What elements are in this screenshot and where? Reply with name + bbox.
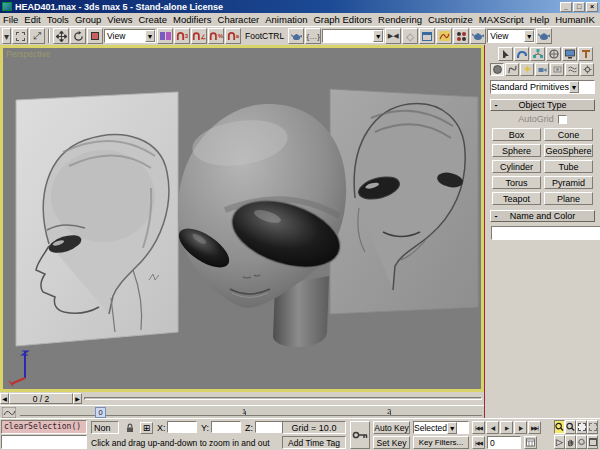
menu-animation[interactable]: Animation (262, 14, 310, 25)
menu-create[interactable]: Create (135, 14, 170, 25)
snap-toggle-3d-icon[interactable]: 3 (174, 28, 190, 44)
selection-lock-icon[interactable] (123, 422, 137, 434)
menu-character[interactable]: Character (215, 14, 263, 25)
zoom-all-icon[interactable] (565, 420, 576, 434)
render-type-dropdown[interactable]: View▼ (487, 29, 535, 43)
z-coordinate-field[interactable] (255, 421, 285, 433)
display-tab[interactable] (562, 47, 577, 61)
named-selection-sets-icon[interactable] (288, 28, 304, 44)
absolute-offset-mode-icon[interactable]: ⊞ (140, 422, 153, 434)
object-name-input[interactable] (491, 226, 600, 240)
reference-coordinate-dropdown[interactable]: View▼ (104, 29, 156, 43)
close-button[interactable]: × (586, 2, 598, 12)
menu-modifiers[interactable]: Modifiers (170, 14, 215, 25)
go-to-end-button[interactable]: ▶▶| (528, 421, 541, 434)
tube-button[interactable]: Tube (544, 160, 593, 173)
dropdown-arrow-icon[interactable]: ▼ (569, 81, 579, 93)
field-of-view-icon[interactable]: ▷ (554, 435, 565, 449)
zoom-extents-icon[interactable] (576, 420, 587, 434)
dropdown-arrow-icon[interactable]: ▼ (447, 422, 457, 434)
set-key-button[interactable]: Set Key (373, 436, 410, 449)
restore-button[interactable]: □ (573, 2, 585, 12)
maxscript-listener-input[interactable] (1, 435, 87, 449)
current-frame-marker[interactable]: 0 (95, 407, 106, 418)
time-slider-handle[interactable]: 0 / 2 (9, 393, 73, 404)
select-and-rotate-icon[interactable] (70, 28, 86, 44)
selection-region-icon[interactable] (12, 28, 28, 44)
undo-flyout-icon[interactable]: ▾ (2, 28, 11, 44)
set-keys-icon[interactable] (350, 421, 370, 449)
menu-customize[interactable]: Customize (425, 14, 476, 25)
select-and-link-icon[interactable]: ⤢ (29, 28, 45, 44)
menu-help[interactable]: Help (527, 14, 553, 25)
menu-rendering[interactable]: Rendering (375, 14, 425, 25)
cameras-category-icon[interactable] (535, 63, 549, 76)
add-time-tag-button[interactable]: Add Time Tag (282, 436, 346, 449)
box-button[interactable]: Box (492, 128, 541, 141)
helpers-category-icon[interactable] (550, 63, 564, 76)
utilities-tab[interactable] (578, 47, 593, 61)
key-mode-toggle[interactable]: |◀◀ (472, 436, 485, 449)
systems-category-icon[interactable] (580, 63, 594, 76)
menu-humanik[interactable]: HumanIK (552, 14, 598, 25)
select-and-manipulate-icon[interactable] (157, 28, 173, 44)
spinner-snap-icon[interactable]: a (225, 28, 241, 44)
viewport-label[interactable]: Perspective (6, 49, 50, 59)
zoom-tool-icon[interactable] (554, 420, 565, 434)
current-frame-field[interactable] (487, 436, 521, 449)
geometry-category-icon[interactable] (490, 63, 504, 76)
scene-3d-alien-head[interactable] (3, 48, 481, 389)
menu-maxscript[interactable]: MAXScript (476, 14, 527, 25)
align-icon[interactable]: ◇ (402, 28, 418, 44)
geosphere-button[interactable]: GeoSphere (544, 144, 593, 157)
previous-frame-arrow[interactable]: ◀ (0, 393, 9, 404)
key-filters-button[interactable]: Key Filters... (413, 436, 469, 449)
render-scene-icon[interactable] (470, 28, 486, 44)
next-frame-arrow[interactable]: ▶ (73, 393, 82, 404)
arc-rotate-icon[interactable] (576, 435, 587, 449)
perspective-viewport[interactable]: Perspective (3, 48, 481, 389)
zoom-extents-all-icon[interactable] (587, 420, 598, 434)
hierarchy-tab[interactable] (530, 47, 545, 61)
curve-editor-icon[interactable] (436, 28, 452, 44)
pyramid-button[interactable]: Pyramid (544, 176, 593, 189)
previous-frame-button[interactable]: ◀| (486, 421, 499, 434)
space-warps-category-icon[interactable] (565, 63, 579, 76)
auto-key-button[interactable]: Auto Key (373, 421, 410, 434)
select-and-scale-icon[interactable] (87, 28, 103, 44)
y-coordinate-field[interactable] (211, 421, 241, 433)
menu-views[interactable]: Views (104, 14, 135, 25)
go-to-start-button[interactable]: |◀◀ (472, 421, 485, 434)
torus-button[interactable]: Torus (492, 176, 541, 189)
object-type-rollout-header[interactable]: - Object Type (490, 99, 595, 111)
create-tab[interactable] (498, 47, 513, 61)
pan-view-icon[interactable] (565, 435, 576, 449)
sphere-button[interactable]: Sphere (492, 144, 541, 157)
dropdown-arrow-icon[interactable]: ▼ (524, 30, 534, 42)
dropdown-arrow-icon[interactable]: ▼ (373, 30, 383, 42)
primitives-category-dropdown[interactable]: Standard Primitives ▼ (490, 80, 595, 94)
menu-tools[interactable]: Tools (44, 14, 72, 25)
dropdown-arrow-icon[interactable]: ▼ (145, 30, 155, 42)
teapot-button[interactable]: Teapot (492, 192, 541, 205)
shapes-category-icon[interactable] (505, 63, 519, 76)
modify-tab[interactable] (514, 47, 529, 61)
next-frame-button[interactable]: |▶ (514, 421, 527, 434)
menu-graph-editors[interactable]: Graph Editors (310, 14, 375, 25)
time-slider-track[interactable] (84, 397, 482, 400)
footctrl-button[interactable]: FootCTRL (242, 31, 287, 41)
minimize-button[interactable]: _ (560, 2, 572, 12)
selection-brackets-icon[interactable]: {…} (305, 28, 321, 44)
plane-button[interactable]: Plane (544, 192, 593, 205)
quick-render-icon[interactable] (536, 28, 552, 44)
cone-button[interactable]: Cone (544, 128, 593, 141)
autogrid-checkbox[interactable] (558, 115, 567, 124)
lights-category-icon[interactable] (520, 63, 534, 76)
menu-group[interactable]: Group (72, 14, 104, 25)
menu-edit[interactable]: Edit (21, 14, 43, 25)
x-coordinate-field[interactable] (167, 421, 197, 433)
material-editor-icon[interactable] (453, 28, 469, 44)
select-and-move-icon[interactable] (53, 28, 69, 44)
track-bar[interactable]: 0 1 2 (0, 405, 484, 418)
named-selection-dropdown[interactable]: ▼ (322, 29, 384, 43)
